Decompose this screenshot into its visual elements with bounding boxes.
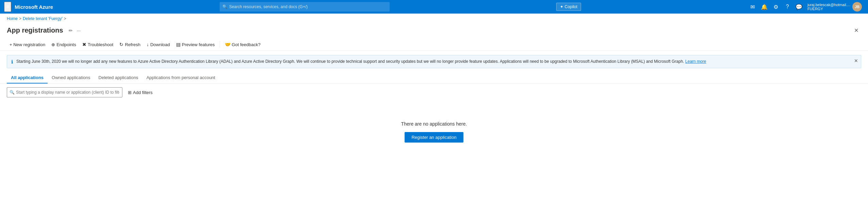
content-area: Home > Delete tenant 'Fuergy' > App regi… xyxy=(0,14,868,204)
info-banner-text: Starting June 30th, 2020 we will no long… xyxy=(16,59,857,64)
page-header: App registrations ✏ ··· ✕ xyxy=(0,24,868,38)
close-icon: ✕ xyxy=(854,27,858,33)
topbar: ≡ Microsoft Azure 🔍 ✦ Copilot ✉ 🔔 ⚙ ? 💬 … xyxy=(0,0,868,14)
breadcrumb-home[interactable]: Home xyxy=(7,16,18,21)
refresh-button[interactable]: ↻ Refresh xyxy=(117,40,143,49)
close-icon: ✕ xyxy=(854,58,858,63)
search-container: 🔍 xyxy=(220,2,390,12)
add-filters-label: Add filters xyxy=(133,90,153,95)
new-registration-label: + New registration xyxy=(10,42,45,47)
avatar: JB xyxy=(852,2,862,12)
user-tenant: FUERGY xyxy=(807,7,850,11)
page-header-actions: ✏ ··· xyxy=(67,26,82,35)
preview-label: Preview features xyxy=(182,42,215,47)
edit-button[interactable]: ✏ xyxy=(67,26,74,35)
refresh-icon: ↻ xyxy=(119,42,123,47)
hamburger-icon: ≡ xyxy=(6,4,9,10)
brand-name: Microsoft Azure xyxy=(15,4,53,10)
feedback-toolbar-button[interactable]: 🤝 Got feedback? xyxy=(222,40,263,49)
bell-icon: 🔔 xyxy=(761,4,768,10)
search-input[interactable] xyxy=(220,2,390,12)
email-button[interactable]: ✉ xyxy=(748,2,758,12)
download-button[interactable]: ↓ Download xyxy=(144,40,173,49)
topbar-icons: ✉ 🔔 ⚙ ? 💬 juraj.belescak@hotmail.... FUE… xyxy=(748,2,864,12)
learn-more-link[interactable]: Learn more xyxy=(685,59,706,64)
more-options-button[interactable]: ··· xyxy=(75,26,82,35)
download-label: Download xyxy=(150,42,170,47)
endpoints-label: Endpoints xyxy=(56,42,76,47)
tabs-container: All applications Owned applications Dele… xyxy=(0,72,868,84)
filter-input-wrapper: 🔍 xyxy=(7,87,122,97)
user-info: juraj.belescak@hotmail.... FUERGY xyxy=(807,3,850,11)
info-banner-message: Starting June 30th, 2020 we will no long… xyxy=(16,59,684,64)
settings-button[interactable]: ⚙ xyxy=(771,2,781,12)
filter-bar: 🔍 ⊞ Add filters xyxy=(0,84,868,101)
feedback-toolbar-icon: 🤝 xyxy=(225,42,231,47)
breadcrumb: Home > Delete tenant 'Fuergy' > xyxy=(0,14,868,24)
user-email: juraj.belescak@hotmail.... xyxy=(807,3,850,7)
help-button[interactable]: ? xyxy=(782,2,793,12)
search-icon: 🔍 xyxy=(222,4,227,9)
filter-search-icon: 🔍 xyxy=(10,90,15,95)
add-filters-icon: ⊞ xyxy=(128,90,132,95)
feedback-button[interactable]: 💬 xyxy=(794,2,804,12)
feedback-label: Got feedback? xyxy=(232,42,261,47)
empty-state: There are no applications here. Register… xyxy=(0,101,868,163)
troubleshoot-button[interactable]: ✖ Troubleshoot xyxy=(80,40,116,49)
toolbar-divider xyxy=(220,41,220,48)
page-title: App registrations xyxy=(7,26,63,34)
tab-personal-account[interactable]: Applications from personal account xyxy=(142,72,219,84)
tab-personal-account-label: Applications from personal account xyxy=(147,75,215,80)
close-button[interactable]: ✕ xyxy=(851,26,861,35)
download-icon: ↓ xyxy=(147,42,149,47)
hamburger-menu-button[interactable]: ≡ xyxy=(4,2,11,12)
breadcrumb-sep-2: > xyxy=(64,16,66,21)
tab-deleted-applications-label: Deleted applications xyxy=(99,75,138,80)
tab-all-applications[interactable]: All applications xyxy=(7,72,48,84)
preview-features-button[interactable]: ▤ Preview features xyxy=(173,40,218,49)
troubleshoot-icon: ✖ xyxy=(82,42,86,47)
copilot-label: Copilot xyxy=(565,4,577,9)
endpoints-button[interactable]: ⊕ Endpoints xyxy=(49,40,79,49)
info-icon: ℹ xyxy=(11,59,13,64)
tab-deleted-applications[interactable]: Deleted applications xyxy=(95,72,142,84)
preview-icon: ▤ xyxy=(176,42,181,47)
settings-icon: ⚙ xyxy=(773,4,778,10)
tab-owned-applications-label: Owned applications xyxy=(52,75,90,80)
empty-state-message: There are no applications here. xyxy=(401,121,467,127)
add-filters-button[interactable]: ⊞ Add filters xyxy=(125,89,155,96)
tab-owned-applications[interactable]: Owned applications xyxy=(48,72,94,84)
toolbar: + New registration ⊕ Endpoints ✖ Trouble… xyxy=(0,38,868,51)
new-registration-button[interactable]: + New registration xyxy=(7,40,48,49)
endpoints-icon: ⊕ xyxy=(51,42,55,47)
feedback-icon: 💬 xyxy=(796,4,802,10)
register-application-button[interactable]: Register an application xyxy=(405,132,463,143)
copilot-icon: ✦ xyxy=(560,4,563,9)
help-icon: ? xyxy=(786,4,789,10)
refresh-label: Refresh xyxy=(125,42,140,47)
notifications-button[interactable]: 🔔 xyxy=(759,2,769,12)
copilot-button[interactable]: ✦ Copilot xyxy=(556,3,581,11)
pencil-icon: ✏ xyxy=(69,28,73,33)
breadcrumb-sep-1: > xyxy=(19,16,21,21)
email-icon: ✉ xyxy=(750,4,755,10)
breadcrumb-delete-tenant[interactable]: Delete tenant 'Fuergy' xyxy=(23,16,63,21)
more-icon: ··· xyxy=(77,28,81,33)
info-banner: ℹ Starting June 30th, 2020 we will no lo… xyxy=(7,55,861,68)
troubleshoot-label: Troubleshoot xyxy=(88,42,113,47)
user-menu[interactable]: juraj.belescak@hotmail.... FUERGY JB xyxy=(805,2,864,12)
info-banner-close-button[interactable]: ✕ xyxy=(854,58,858,63)
tab-all-applications-label: All applications xyxy=(11,75,44,80)
filter-input[interactable] xyxy=(7,87,122,97)
